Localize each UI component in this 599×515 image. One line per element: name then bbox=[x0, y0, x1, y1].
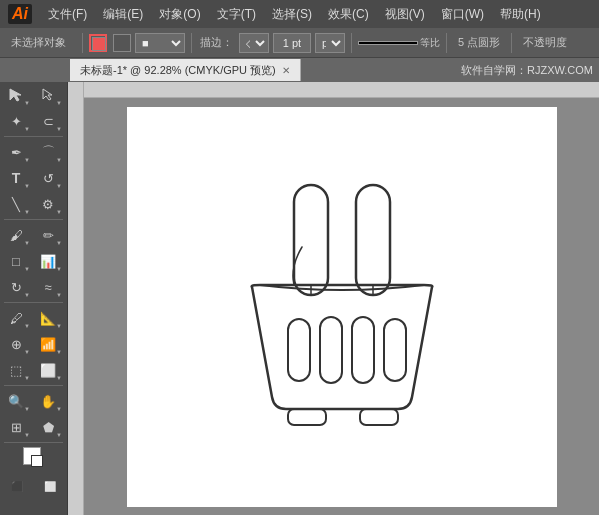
tab-close-button[interactable]: ✕ bbox=[282, 65, 290, 76]
tool-row-13: ⊞▼ ⬟▼ bbox=[0, 414, 67, 440]
tool-sep-2 bbox=[4, 219, 63, 220]
paintbrush-tool[interactable]: 🖌▼ bbox=[0, 222, 32, 248]
fill-color-swatch[interactable] bbox=[113, 34, 131, 52]
svg-rect-7 bbox=[360, 409, 398, 425]
stroke-select[interactable]: ◇ bbox=[239, 33, 269, 53]
hand-tool[interactable]: ✋▼ bbox=[32, 388, 64, 414]
toolbar-sep-4 bbox=[446, 33, 447, 53]
tool-sep-4 bbox=[4, 385, 63, 386]
eyedropper-tool[interactable]: 🖊▼ bbox=[0, 305, 32, 331]
menu-bar: 文件(F) 编辑(E) 对象(O) 文字(T) 选择(S) 效果(C) 视图(V… bbox=[42, 4, 547, 25]
toolbar-sep-1 bbox=[82, 33, 83, 53]
type-tool[interactable]: T▼ bbox=[0, 165, 32, 191]
menu-effect[interactable]: 效果(C) bbox=[322, 4, 375, 25]
tool-row-12: 🔍▼ ✋▼ bbox=[0, 388, 67, 414]
svg-rect-5 bbox=[384, 319, 406, 381]
menu-select[interactable]: 选择(S) bbox=[266, 4, 318, 25]
tool-row-1: ▼ ▼ bbox=[0, 82, 67, 108]
lasso-tool[interactable]: ⊂▼ bbox=[32, 108, 64, 134]
artboard-tool[interactable]: ⊞▼ bbox=[0, 414, 32, 440]
fill-select[interactable]: ■ bbox=[135, 33, 185, 53]
menu-object[interactable]: 对象(O) bbox=[153, 4, 206, 25]
stroke-line-preview bbox=[358, 41, 418, 45]
menu-text[interactable]: 文字(T) bbox=[211, 4, 262, 25]
menu-file[interactable]: 文件(F) bbox=[42, 4, 93, 25]
tool-sep-5 bbox=[4, 442, 63, 443]
tool-row-9: 🖊▼ 📐▼ bbox=[0, 305, 67, 331]
tool-row-2: ✦▼ ⊂▼ bbox=[0, 108, 67, 134]
no-select-label: 未选择对象 bbox=[6, 32, 76, 53]
stroke-color-swatch[interactable] bbox=[89, 34, 107, 52]
svg-rect-3 bbox=[320, 317, 342, 383]
tool-sep-1 bbox=[4, 136, 63, 137]
ratio-label: 等比 bbox=[420, 36, 440, 50]
tool-row-11: ⬚▼ ⬜▼ bbox=[0, 357, 67, 383]
tool-row-3: ✒▼ ⌒▼ bbox=[0, 139, 67, 165]
stroke-width-input[interactable] bbox=[273, 33, 311, 53]
menu-view[interactable]: 视图(V) bbox=[379, 4, 431, 25]
basket-illustration bbox=[212, 167, 472, 447]
toolbar-sep-2 bbox=[191, 33, 192, 53]
measure-tool[interactable]: 📐▼ bbox=[32, 305, 64, 331]
tool-row-5: ╲▼ ⚙▼ bbox=[0, 191, 67, 217]
pencil-tool[interactable]: ✏▼ bbox=[32, 222, 64, 248]
site-info: 软件自学网：RJZXW.COM bbox=[461, 63, 593, 78]
rectangle-tool[interactable]: □▼ bbox=[0, 248, 32, 274]
tab-label: 未标题-1* @ 92.28% (CMYK/GPU 预览) bbox=[80, 63, 276, 78]
stroke-unit-select[interactable]: pt bbox=[315, 33, 345, 53]
extra-tool-2[interactable]: ⬜ bbox=[36, 473, 66, 499]
menu-window[interactable]: 窗口(W) bbox=[435, 4, 490, 25]
toolbox: ▼ ▼ ✦▼ ⊂▼ ✒▼ ⌒▼ T▼ ↺▼ ╲▼ ⚙▼ bbox=[0, 82, 68, 515]
canvas-area bbox=[68, 82, 599, 515]
tool-row-6: 🖌▼ ✏▼ bbox=[0, 222, 67, 248]
eraser-tool[interactable]: ⬜▼ bbox=[32, 357, 64, 383]
tool-row-8: ↻▼ ≈▼ bbox=[0, 274, 67, 300]
rotate-tool[interactable]: ↻▼ bbox=[0, 274, 32, 300]
svg-rect-1 bbox=[356, 185, 390, 295]
svg-rect-2 bbox=[288, 319, 310, 381]
tool-row-color bbox=[0, 445, 67, 471]
warp-tool[interactable]: ≈▼ bbox=[32, 274, 64, 300]
chart-tool[interactable]: 📊▼ bbox=[32, 248, 64, 274]
menu-help[interactable]: 帮助(H) bbox=[494, 4, 547, 25]
fill-box[interactable] bbox=[23, 447, 41, 465]
options-toolbar: 未选择对象 ■ 描边： ◇ pt 等比 5 点圆形 不透明度 bbox=[0, 28, 599, 58]
point-style-label: 5 点圆形 bbox=[453, 32, 505, 53]
app-logo: Ai bbox=[8, 4, 32, 24]
touch-type-tool[interactable]: ↺▼ bbox=[32, 165, 64, 191]
opacity-label: 不透明度 bbox=[518, 32, 572, 53]
selection-tool[interactable]: ▼ bbox=[0, 82, 32, 108]
stroke-label: 描边： bbox=[200, 35, 233, 50]
main-area: ▼ ▼ ✦▼ ⊂▼ ✒▼ ⌒▼ T▼ ↺▼ ╲▼ ⚙▼ bbox=[0, 82, 599, 515]
title-bar: Ai 文件(F) 编辑(E) 对象(O) 文字(T) 选择(S) 效果(C) 视… bbox=[0, 0, 599, 28]
ruler-left bbox=[68, 82, 84, 515]
toolbar-sep-5 bbox=[511, 33, 512, 53]
line-tool[interactable]: ╲▼ bbox=[0, 191, 32, 217]
document-tab[interactable]: 未标题-1* @ 92.28% (CMYK/GPU 预览) ✕ bbox=[70, 59, 301, 81]
ruler-top bbox=[68, 82, 599, 98]
tool-row-extra: ⬛ ⬜ bbox=[0, 471, 67, 497]
curvature-tool[interactable]: ⌒▼ bbox=[32, 139, 64, 165]
slice-tool[interactable]: ⬚▼ bbox=[0, 357, 32, 383]
column-graph-tool[interactable]: 📶▼ bbox=[32, 331, 64, 357]
shape-builder-tool[interactable]: ⚙▼ bbox=[32, 191, 64, 217]
svg-rect-0 bbox=[294, 185, 328, 295]
perspective-tool[interactable]: ⬟▼ bbox=[32, 414, 64, 440]
direct-selection-tool[interactable]: ▼ bbox=[32, 82, 64, 108]
screen-mode-tool[interactable]: ⬛ bbox=[2, 473, 32, 499]
svg-rect-4 bbox=[352, 317, 374, 383]
artboard bbox=[127, 107, 557, 507]
magic-wand-tool[interactable]: ✦▼ bbox=[0, 108, 32, 134]
tool-row-10: ⊕▼ 📶▼ bbox=[0, 331, 67, 357]
svg-rect-6 bbox=[288, 409, 326, 425]
tool-sep-3 bbox=[4, 302, 63, 303]
menu-edit[interactable]: 编辑(E) bbox=[97, 4, 149, 25]
symbol-tool[interactable]: ⊕▼ bbox=[0, 331, 32, 357]
toolbar-sep-3 bbox=[351, 33, 352, 53]
pen-tool[interactable]: ✒▼ bbox=[0, 139, 32, 165]
tool-row-7: □▼ 📊▼ bbox=[0, 248, 67, 274]
tool-row-4: T▼ ↺▼ bbox=[0, 165, 67, 191]
tab-bar: 未标题-1* @ 92.28% (CMYK/GPU 预览) ✕ 软件自学网：RJ… bbox=[0, 58, 599, 82]
zoom-tool[interactable]: 🔍▼ bbox=[0, 388, 32, 414]
